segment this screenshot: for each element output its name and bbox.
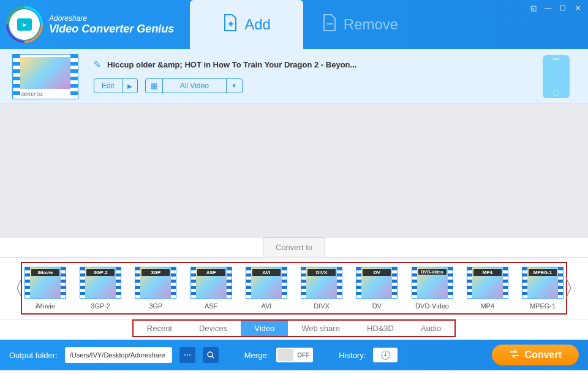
next-arrow-icon[interactable]: 〉	[567, 264, 582, 313]
convert-label: Convert	[525, 349, 562, 361]
prev-arrow-icon[interactable]: 〈	[6, 264, 21, 313]
brand-name: Adoreshare	[49, 14, 174, 23]
remove-label: Remove	[344, 16, 398, 33]
history-button[interactable]: 🕘	[373, 348, 398, 362]
add-file-icon	[222, 13, 238, 36]
format-thumb: DVD-Video	[412, 267, 453, 299]
maximize-icon[interactable]: ☐	[559, 4, 567, 12]
content-area: 00:02:04 ✎ Hiccup older &amp; HOT in How…	[0, 49, 588, 238]
format-item-imovie[interactable]: iMovieiMovie	[24, 267, 66, 310]
format-badge: 3GP-2	[86, 269, 115, 276]
app-logo-icon	[9, 9, 40, 40]
clock-icon: 🕘	[380, 350, 391, 360]
format-thumb: DIVX	[301, 267, 342, 299]
format-item-3gp-2[interactable]: 3GP-23GP-2	[80, 267, 121, 310]
merge-state: OFF	[297, 352, 309, 359]
format-item-dv[interactable]: DVDV	[356, 267, 398, 310]
video-duration: 00:02:04	[21, 91, 43, 97]
remove-file-icon	[322, 13, 337, 36]
format-badge: iMovie	[31, 269, 59, 276]
format-thumb: ASF	[190, 267, 232, 299]
remove-button[interactable]: Remove	[303, 0, 417, 49]
file-title: Hiccup older &amp; HOT in How To Train Y…	[107, 60, 356, 69]
format-label: 3GP	[149, 302, 162, 310]
convert-to-tab[interactable]: Convert to	[263, 237, 325, 257]
merge-label: Merge:	[244, 351, 269, 360]
format-badge: AVI	[252, 269, 281, 276]
category-tab-hd3d[interactable]: HD&3D	[353, 321, 407, 336]
category-tab-recent[interactable]: Recent	[134, 321, 186, 336]
output-path-input[interactable]: /Users/IVY/Desktop/Adoreshare	[65, 347, 172, 363]
edit-label: Edit	[94, 79, 122, 93]
category-tab-webshare[interactable]: Web share	[288, 321, 353, 336]
file-row[interactable]: 00:02:04 ✎ Hiccup older &amp; HOT in How…	[0, 49, 588, 104]
logo-area: Adoreshare Video Converter Genius	[0, 9, 190, 40]
format-thumb: iMovie	[24, 267, 66, 299]
format-badge: MPEG-1	[529, 269, 557, 276]
history-label: History:	[339, 351, 366, 360]
play-icon[interactable]: ▶	[122, 79, 137, 93]
format-badge: 3GP	[141, 269, 170, 276]
pencil-icon[interactable]: ✎	[94, 59, 101, 69]
format-thumb: 3GP	[135, 267, 176, 299]
format-badge: ASF	[197, 269, 225, 276]
device-preview[interactable]	[543, 55, 570, 98]
edit-button[interactable]: Edit ▶	[94, 78, 138, 93]
category-tabs-wrap: RecentDevicesVideoWeb shareHD&3DAudio	[0, 319, 588, 337]
film-icon: ▦	[146, 79, 163, 93]
close-icon[interactable]: ✕	[573, 4, 582, 12]
output-folder-label: Output folder:	[9, 351, 58, 360]
format-strip: iMovieiMovie3GP-23GP-23GP3GPASFASFAVIAVI…	[21, 262, 567, 315]
category-tab-audio[interactable]: Audio	[407, 321, 454, 336]
format-label: ASF	[205, 302, 217, 310]
category-tab-devices[interactable]: Devices	[186, 321, 241, 336]
convert-icon	[509, 349, 520, 361]
format-item-dvd-video[interactable]: DVD-VideoDVD-Video	[412, 267, 453, 310]
svg-point-0	[208, 352, 213, 357]
add-label: Add	[244, 16, 271, 33]
format-label: DIVX	[314, 302, 330, 310]
category-tabs: RecentDevicesVideoWeb shareHD&3DAudio	[132, 319, 456, 337]
format-item-divx[interactable]: DIVXDIVX	[301, 267, 342, 310]
file-info: ✎ Hiccup older &amp; HOT in How To Train…	[94, 59, 543, 93]
format-thumb: 3GP-2	[80, 267, 121, 299]
window-controls: ◱ — ☐ ✕	[529, 4, 582, 12]
format-label: 3GP-2	[91, 302, 110, 310]
format-label: DVD-Video	[415, 302, 449, 310]
format-thumb: MP4	[467, 267, 508, 299]
format-label: MP4	[480, 302, 494, 310]
footer-bar: Output folder: /Users/IVY/Desktop/Adores…	[0, 340, 588, 370]
format-item-mp4[interactable]: MP4MP4	[467, 267, 508, 310]
video-thumbnail[interactable]: 00:02:04	[12, 54, 78, 99]
format-thumb: AVI	[246, 267, 287, 299]
merge-toggle[interactable]: OFF	[276, 348, 313, 362]
minimize-icon[interactable]: —	[544, 4, 552, 12]
format-item-asf[interactable]: ASFASF	[190, 267, 232, 310]
category-tab-video[interactable]: Video	[241, 321, 288, 336]
chevron-down-icon: ▼	[226, 79, 242, 93]
format-item-avi[interactable]: AVIAVI	[246, 267, 287, 310]
segment-dropdown[interactable]: ▦ All Video ▼	[145, 78, 243, 93]
format-label: DV	[372, 302, 382, 310]
open-folder-button[interactable]	[203, 347, 219, 363]
format-thumb: MPEG-1	[522, 267, 564, 299]
format-item-3gp[interactable]: 3GP3GP	[135, 267, 176, 310]
dropdown-label: All Video	[163, 79, 226, 93]
format-badge: DVD-Video	[418, 269, 447, 275]
format-section: 〈 iMovieiMovie3GP-23GP-23GP3GPASFASFAVIA…	[0, 257, 588, 340]
brand-text: Adoreshare Video Converter Genius	[49, 14, 174, 36]
convert-button[interactable]: Convert	[492, 345, 579, 365]
format-label: AVI	[261, 302, 271, 310]
format-label: iMovie	[36, 302, 55, 310]
feedback-icon[interactable]: ◱	[529, 4, 538, 12]
convert-to-tab-wrap: Convert to	[0, 237, 588, 257]
format-label: MPEG-1	[530, 302, 556, 310]
brand-product: Video Converter Genius	[49, 23, 174, 36]
add-button[interactable]: Add	[190, 0, 303, 49]
format-item-mpeg-1[interactable]: MPEG-1MPEG-1	[522, 267, 564, 310]
browse-button[interactable]: ⋯	[179, 347, 195, 363]
format-badge: DV	[363, 269, 391, 276]
format-thumb: DV	[356, 267, 398, 299]
header-tabs: Add Remove	[190, 0, 417, 49]
app-header: Adoreshare Video Converter Genius Add Re…	[0, 0, 588, 49]
